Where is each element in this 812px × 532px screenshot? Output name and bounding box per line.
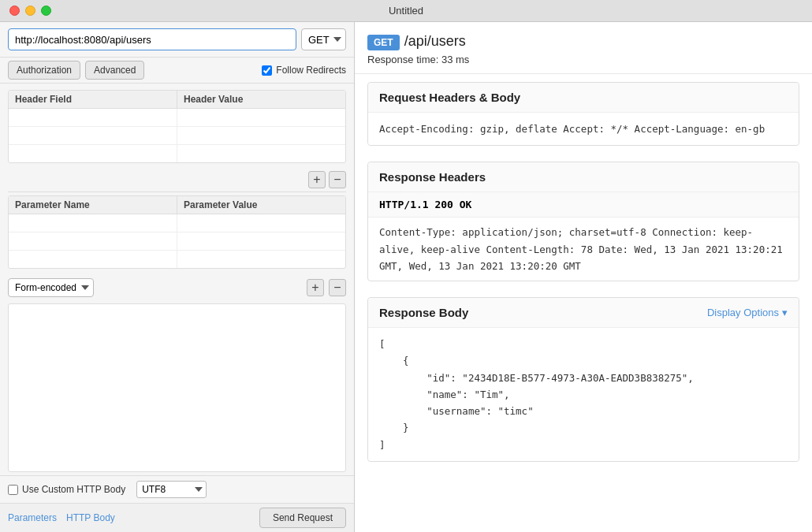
- chevron-down-icon: ▾: [782, 307, 788, 318]
- bottom-bar: Use Custom HTTP Body UTF8 UTF-16 ISO-885…: [0, 475, 354, 503]
- body-textarea[interactable]: [8, 303, 346, 472]
- right-panel: GET/api/users Response time: 33 ms Reque…: [355, 22, 812, 532]
- params-table: Parameter Name Parameter Value: [8, 195, 346, 269]
- params-table-header: Parameter Name Parameter Value: [9, 196, 345, 214]
- header-value-cell[interactable]: [177, 145, 345, 162]
- headers-remove-button[interactable]: −: [329, 171, 346, 188]
- param-value-col: Parameter Value: [177, 196, 345, 214]
- table-row: [9, 109, 345, 127]
- response-time-value: 33 ms: [441, 54, 469, 65]
- params-remove-button[interactable]: −: [329, 279, 346, 296]
- response-headers-section: Response Headers HTTP/1.1 200 OK Content…: [367, 162, 799, 281]
- use-custom-body-checkbox[interactable]: [8, 485, 18, 495]
- table-row: [9, 127, 345, 145]
- http-status: HTTP/1.1 200 OK: [368, 192, 799, 218]
- param-name-cell[interactable]: [9, 214, 177, 232]
- method-badge: GET: [367, 35, 400, 50]
- use-custom-body-text: Use Custom HTTP Body: [22, 484, 125, 495]
- close-button[interactable]: [9, 6, 20, 16]
- headers-add-button[interactable]: +: [308, 171, 326, 188]
- table-row: [9, 145, 345, 162]
- table-row: [9, 233, 345, 251]
- header-value-cell[interactable]: [177, 109, 345, 126]
- response-header-area: GET/api/users Response time: 33 ms: [355, 22, 812, 74]
- header-field-cell[interactable]: [9, 145, 177, 162]
- method-select[interactable]: GET: [301, 28, 346, 50]
- header-field-cell[interactable]: [9, 127, 177, 144]
- tab-http-body[interactable]: HTTP Body: [66, 512, 115, 523]
- follow-redirects-label[interactable]: Follow Redirects: [262, 65, 346, 76]
- tab-parameters[interactable]: Parameters: [8, 512, 57, 523]
- response-body-title: Response Body: [379, 306, 468, 319]
- header-value-col: Header Value: [177, 91, 345, 108]
- main-layout: GET Authorization Advanced Follow Redire…: [0, 22, 812, 532]
- headers-add-remove: + −: [0, 169, 354, 192]
- window-title: Untitled: [389, 5, 423, 17]
- table-row: [9, 214, 345, 233]
- response-headers-title: Response Headers: [368, 162, 799, 192]
- request-headers-section: Request Headers & Body Accept-Encoding: …: [367, 82, 799, 146]
- url-bar: GET: [0, 22, 354, 58]
- headers-table: Header Field Header Value: [8, 90, 346, 163]
- encoding-select[interactable]: UTF8 UTF-16 ISO-8859-1: [136, 481, 207, 498]
- authorization-tab[interactable]: Authorization: [8, 61, 80, 80]
- display-options-label: Display Options: [707, 307, 779, 318]
- param-value-cell[interactable]: [177, 251, 345, 268]
- left-panel: GET Authorization Advanced Follow Redire…: [0, 22, 355, 532]
- response-body-content: [ { "id": "2434D18E-B577-4973-A30A-EADD3…: [368, 328, 799, 461]
- header-value-cell[interactable]: [177, 127, 345, 144]
- param-name-cell[interactable]: [9, 251, 177, 268]
- minimize-button[interactable]: [25, 6, 35, 16]
- response-time-label: Response time:: [367, 54, 438, 65]
- tabs-row: Authorization Advanced Follow Redirects: [0, 58, 354, 84]
- response-path: /api/users: [404, 33, 466, 49]
- advanced-tab[interactable]: Advanced: [85, 61, 144, 80]
- maximize-button[interactable]: [41, 6, 51, 16]
- param-name-col: Parameter Name: [9, 196, 177, 214]
- follow-redirects-text: Follow Redirects: [276, 65, 346, 76]
- titlebar-buttons: [9, 6, 51, 16]
- url-input[interactable]: [8, 28, 296, 50]
- header-field-cell[interactable]: [9, 109, 177, 126]
- divider: [8, 192, 346, 192]
- request-headers-title: Request Headers & Body: [368, 83, 799, 113]
- param-value-cell[interactable]: [177, 233, 345, 250]
- titlebar: Untitled: [0, 0, 812, 22]
- param-name-cell[interactable]: [9, 233, 177, 250]
- display-options-button[interactable]: Display Options ▾: [707, 307, 788, 318]
- table-row: [9, 251, 345, 268]
- form-encoded-select[interactable]: Form-encoded Raw Multipart: [8, 278, 94, 297]
- header-field-col: Header Field: [9, 91, 177, 108]
- bottom-tabs: Parameters HTTP Body Send Request: [0, 503, 354, 532]
- send-request-button[interactable]: Send Request: [259, 508, 346, 528]
- request-headers-body: Accept-Encoding: gzip, deflate Accept: *…: [368, 113, 799, 145]
- response-summary: GET/api/users: [367, 33, 799, 50]
- response-body-section: Response Body Display Options ▾ [ { "id"…: [367, 297, 799, 462]
- use-custom-body-label[interactable]: Use Custom HTTP Body: [8, 484, 125, 495]
- params-add-button[interactable]: +: [307, 279, 324, 296]
- form-select-row: Form-encoded Raw Multipart + −: [0, 275, 354, 300]
- response-time: Response time: 33 ms: [367, 54, 799, 65]
- follow-redirects-checkbox[interactable]: [262, 65, 272, 76]
- response-headers-content: Content-Type: application/json; charset=…: [368, 218, 799, 281]
- headers-table-header: Header Field Header Value: [9, 91, 345, 109]
- param-value-cell[interactable]: [177, 214, 345, 232]
- response-body-header: Response Body Display Options ▾: [368, 298, 799, 328]
- body-section: [8, 303, 346, 472]
